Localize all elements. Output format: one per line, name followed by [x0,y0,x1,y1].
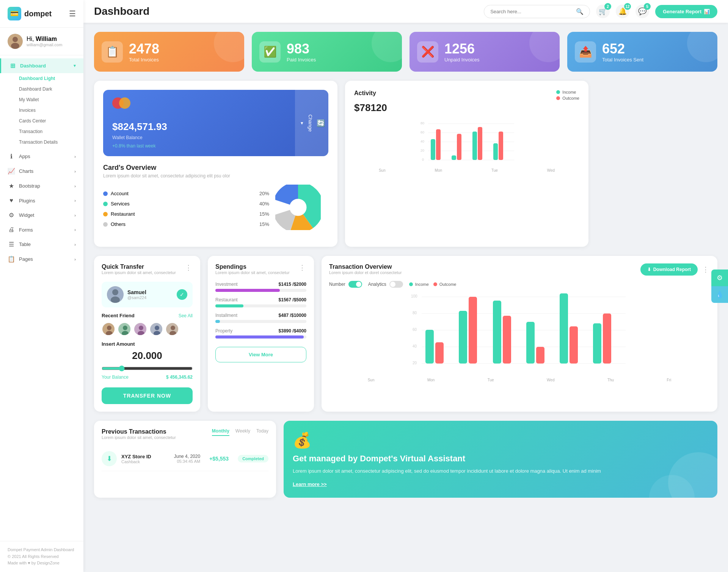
download-report-button[interactable]: ⬇ Download Report [640,263,698,276]
svg-point-39 [155,326,159,330]
svg-rect-55 [435,342,444,364]
chevron-right-icon: › [74,154,76,159]
to-menu[interactable]: ⋮ [702,265,710,274]
investment-label: Investment [215,282,238,287]
installment-label: Installment [215,313,237,318]
tab-today[interactable]: Today [256,428,268,436]
mini-avatar-4[interactable] [149,322,163,336]
svg-text:80: 80 [420,121,424,125]
va-learn-more-link[interactable]: Learn more >> [293,481,708,487]
sidebar-footer: Dompet Payment Admin Dashboard © 2021 Al… [0,541,83,572]
mini-avatar-5[interactable] [165,322,179,336]
svg-point-7 [290,199,306,216]
quick-transfer-menu[interactable]: ⋮ [185,263,193,272]
sidebar-item-dashboard[interactable]: ⊞ Dashboard ▾ [0,58,83,73]
unpaid-invoices-number: 1256 [444,41,480,57]
co-pie-chart [275,185,328,238]
change-btn-wrapper: 🔄 Change ▾ [295,90,328,156]
stat-card-paid-invoices: ✅ 983 Paid Invoices [252,32,402,72]
big-bar-labels: Sun Mon Tue Wed Thu Fri [329,378,710,382]
view-more-button[interactable]: View More [215,347,306,362]
account-pct: 20% [259,191,269,196]
sub-item-invoices[interactable]: Invoices [19,105,83,116]
recent-friends: Recent Friend See All [102,313,193,336]
sidebar-item-pages[interactable]: 📋 Pages › [0,252,83,266]
sidebar-item-bootstrap[interactable]: ★ Bootstrap › [0,179,83,193]
hamburger-icon[interactable]: ☰ [69,9,76,18]
spendings-menu[interactable]: ⋮ [299,263,306,272]
sub-item-transaction[interactable]: Transaction [19,126,83,137]
big-bar-wed: Wed [547,378,554,382]
settings-float-button[interactable]: ⚙ [711,270,728,286]
svg-text:20: 20 [420,149,424,152]
to-income-legend: Income [409,282,429,287]
sub-item-cards-center[interactable]: Cards Center [19,116,83,126]
sidebar-item-plugins[interactable]: ♥ Plugins › [0,193,83,208]
outcome-dot [556,96,560,100]
transaction-type: Cashback [121,459,151,464]
activity-title: Activity [354,90,376,97]
sub-nav-dashboard: Dashboard Light Dashboard Dark My Wallet… [0,73,83,147]
wallet-balance-label: Wallet Balance [112,135,319,140]
chat-button[interactable]: 💬 5 [635,5,649,18]
installment-bar [215,320,220,323]
big-bar-chart: 100 80 60 40 20 [329,291,710,382]
mini-avatar-2[interactable] [118,322,131,336]
pt-header: Previous Transactions Lorem ipsum dolor … [102,428,268,445]
change-button[interactable]: 🔄 Change ▾ [295,90,328,156]
mini-avatar-1[interactable] [102,322,115,336]
sidebar-item-apps[interactable]: ℹ Apps › [0,149,83,164]
growth-value: +0.8% than last week [112,143,155,149]
sub-item-dashboard-light[interactable]: Dashboard Light [19,73,83,84]
investment-bar [215,289,280,292]
paid-invoices-icon: ✅ [259,41,281,63]
sub-item-dashboard-dark[interactable]: Dashboard Dark [19,84,83,94]
balance-value: $ 456,345.62 [166,375,193,380]
search-input[interactable] [490,9,573,14]
transaction-icon: ⬇ [102,451,117,466]
quick-transfer-sub: Lorem ipsum dolor sit amet, consectetur [102,270,176,275]
to-income-label: Income [415,282,429,287]
transfer-now-button[interactable]: TRANSFER NOW [102,387,193,404]
to-title: Transaction Overview [329,263,402,270]
sidebar-item-forms[interactable]: 🖨 Forms › [0,223,83,237]
sub-item-transaction-details[interactable]: Transaction Details [19,137,83,147]
forms-icon: 🖨 [8,226,15,233]
analytics-toggle[interactable] [389,281,403,288]
mini-avatar-3[interactable] [133,322,147,336]
chevron-right-icon-4: › [74,198,76,203]
see-all-link[interactable]: See All [179,313,193,318]
transaction-info: XYZ Store ID Cashback [121,454,151,464]
co-item-restaurant: Restaurant 15% [103,211,269,217]
cards-overview-title: Card's Overview [103,164,328,172]
sidebar-item-widget[interactable]: ⚙ Widget › [0,208,83,223]
amount-slider[interactable] [102,365,193,371]
cart-button[interactable]: 🛒 2 [596,5,610,18]
sub-item-my-wallet[interactable]: My Wallet [19,94,83,105]
float-buttons: ⚙ 💧 [711,270,728,303]
bar-chart-icon: 📊 [704,9,710,14]
tab-weekly[interactable]: Weekly [235,428,250,436]
sidebar-item-table[interactable]: ☰ Table › [0,237,83,252]
water-float-button[interactable]: 💧 [711,286,728,303]
total-invoices-info: 2478 Total Invoices [129,41,159,63]
generate-report-button[interactable]: Generate Report 📊 [655,5,717,18]
sidebar-item-charts[interactable]: 📈 Charts › [0,164,83,179]
to-actions: ⬇ Download Report ⋮ [640,263,710,276]
tab-monthly[interactable]: Monthly [212,428,229,436]
svg-point-30 [107,326,111,330]
notification-button[interactable]: 🔔 12 [616,5,629,18]
restaurant-pct: 15% [259,211,269,217]
chevron-right-icon-6: › [74,227,76,232]
header-icons: 🛒 2 🔔 12 💬 5 [596,5,649,18]
analytics-toggle-group: Analytics [368,281,403,288]
sidebar: 💳 dompet ☰ Hi, William william@gmail.com… [0,0,83,572]
sidebar-item-label-widget: Widget [19,212,34,218]
co-item-services: Services 40% [103,201,269,207]
prev-transactions-panel: Previous Transactions Lorem ipsum dolor … [94,421,276,498]
svg-rect-60 [526,322,535,364]
chevron-right-icon-3: › [74,184,76,188]
number-toggle[interactable] [348,281,362,288]
svg-text:60: 60 [420,130,424,134]
svg-text:80: 80 [413,311,417,315]
